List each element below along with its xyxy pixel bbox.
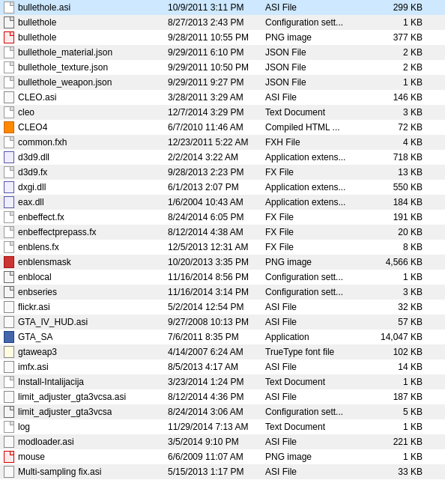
file-size-cell: 8 KB [363,242,423,252]
file-type-cell: PNG image [265,32,363,43]
file-name-cell: Multi-sampling fix.asi [3,466,168,478]
file-size-cell: 1 KB [363,272,423,282]
table-row[interactable]: enbeffectprepass.fx8/12/2014 4:38 AMFX F… [0,225,445,240]
file-size-cell: 377 KB [363,32,423,43]
file-name-text: enbeffectprepass.fx [18,227,97,237]
file-type-cell: ASI File [265,92,363,103]
table-row[interactable]: GTA_IV_HUD.asi9/27/2008 10:13 PMASI File… [0,315,445,330]
file-date-cell: 3/5/2014 9:10 PM [168,437,265,447]
file-type-cell: Text Document [265,377,363,387]
file-type-cell: FX File [265,212,363,222]
file-name-text: gtaweap3 [18,347,57,357]
file-name-text: CLEO4 [18,122,47,133]
table-row[interactable]: CLEO46/7/2010 11:46 AMCompiled HTML ...7… [0,120,445,135]
file-size-cell: 191 KB [363,212,423,222]
table-row[interactable]: enblensmask10/20/2013 3:35 PMPNG image4,… [0,255,445,270]
table-row[interactable]: enbseries11/16/2014 3:14 PMConfiguration… [0,285,445,300]
file-type-cell: Application [265,332,363,342]
file-date-cell: 3/23/2014 1:24 PM [168,377,265,387]
file-type-cell: Configuration sett... [265,407,363,417]
table-row[interactable]: GTA_SA7/6/2011 8:35 PMApplication14,047 … [0,330,445,344]
file-type-cell: PNG image [265,452,363,462]
file-name-cell: enblens.fx [3,241,168,253]
file-size-cell: 299 KB [363,2,423,13]
dll-icon [4,151,14,163]
asi-icon [4,466,14,478]
config-icon [4,406,14,418]
asi-icon [4,391,14,403]
table-row[interactable]: eax.dll1/6/2004 10:43 AMApplication exte… [0,195,445,210]
file-type-cell: ASI File [265,362,363,372]
file-name-text: mouse [18,452,45,462]
table-row[interactable]: enblens.fx12/5/2013 12:31 AMFX File8 KB [0,240,445,255]
file-name-text: bullethole_material.json [18,47,112,58]
file-type-cell: FX File [265,242,363,252]
file-size-cell: 33 KB [363,467,423,477]
file-name-text: d3d9.fx [18,167,47,177]
table-row[interactable]: limit_adjuster_gta3vcsa.asi8/12/2014 4:3… [0,389,445,404]
table-row[interactable]: gtaweap34/14/2007 6:24 AMTrueType font f… [0,344,445,359]
file-name-text: flickr.asi [18,302,50,312]
table-row[interactable]: bullethole.asi10/9/2011 3:11 PMASI File2… [0,0,445,15]
asi-icon [4,361,14,373]
generic-file-icon [4,241,14,253]
table-row[interactable]: enbeffect.fx8/24/2014 6:05 PMFX File191 … [0,210,445,225]
table-row[interactable]: dxgi.dll6/1/2013 2:07 PMApplication exte… [0,180,445,195]
file-size-cell: 4,566 KB [363,257,423,267]
file-name-cell: flickr.asi [3,301,168,313]
file-date-cell: 11/16/2014 8:56 PM [168,272,265,282]
file-name-text: bullethole.asi [18,2,70,13]
file-size-cell: 3 KB [363,287,423,297]
file-name-cell: enblensmask [3,256,168,268]
file-name-cell: enblocal [3,271,168,283]
table-row[interactable]: bullethole_material.json9/29/2011 6:10 P… [0,45,445,60]
file-size-cell: 550 KB [363,182,423,192]
file-name-text: modloader.asi [18,437,74,447]
table-row[interactable]: bullethole8/27/2013 2:43 PMConfiguration… [0,15,445,30]
table-row[interactable]: log11/29/2014 7:13 AMText Document1 KB [0,419,445,434]
file-date-cell: 9/29/2011 9:27 PM [168,77,265,88]
file-type-cell: Text Document [265,107,363,118]
table-row[interactable]: bullethole_weapon.json9/29/2011 9:27 PMJ… [0,75,445,90]
file-size-cell: 5 KB [363,407,423,417]
table-row[interactable]: CLEO.asi3/28/2011 3:29 AMASI File146 KB [0,90,445,105]
table-row[interactable]: bullethole_texture.json9/29/2011 10:50 P… [0,60,445,75]
table-row[interactable]: d3d9.dll2/2/2014 3:22 AMApplication exte… [0,150,445,165]
file-size-cell: 2 KB [363,62,423,73]
table-row[interactable]: flickr.asi5/2/2014 12:54 PMASI File32 KB [0,300,445,315]
file-date-cell: 8/27/2013 2:43 PM [168,17,265,28]
table-row[interactable]: imfx.asi8/5/2013 4:17 AMASI File14 KB [0,359,445,374]
table-row[interactable]: Install-Intalijacija3/23/2014 1:24 PMTex… [0,374,445,389]
file-name-cell: enbseries [3,286,168,298]
file-size-cell: 1 KB [363,377,423,387]
file-type-cell: FX File [265,167,363,177]
file-size-cell: 102 KB [363,347,423,357]
table-row[interactable]: common.fxh12/23/2011 5:22 AMFXH File4 KB [0,135,445,150]
table-row[interactable]: cleo12/7/2014 3:29 PMText Document3 KB [0,105,445,120]
table-row[interactable]: enblocal11/16/2014 8:56 PMConfiguration … [0,270,445,285]
file-type-cell: ASI File [265,317,363,327]
file-name-cell: bullethole_texture.json [3,61,168,73]
file-type-cell: FX File [265,227,363,237]
table-row[interactable]: Multi-sampling fix.asi5/15/2013 1:17 PMA… [0,464,445,479]
table-row[interactable]: modloader.asi3/5/2014 9:10 PMASI File221… [0,434,445,449]
generic-file-icon [4,421,14,433]
file-name-text: enblens.fx [18,242,59,252]
file-date-cell: 8/12/2014 4:36 PM [168,392,265,402]
table-row[interactable]: limit_adjuster_gta3vcsa8/24/2014 3:06 AM… [0,404,445,419]
file-date-cell: 3/28/2011 3:29 AM [168,92,265,103]
table-row[interactable]: bullethole9/28/2011 10:55 PMPNG image377… [0,30,445,45]
file-date-cell: 2/2/2014 3:22 AM [168,152,265,163]
file-date-cell: 6/1/2013 2:07 PM [168,182,265,192]
file-name-cell: cleo [3,106,168,118]
table-row[interactable]: d3d9.fx9/28/2013 2:23 PMFX File13 KB [0,165,445,180]
file-name-text: enbseries [18,287,57,297]
file-type-cell: Text Document [265,422,363,432]
file-name-text: imfx.asi [18,362,49,372]
file-type-cell: ASI File [265,392,363,402]
file-list: bullethole.asi10/9/2011 3:11 PMASI File2… [0,0,445,479]
generic-file-icon [4,226,14,238]
table-row[interactable]: mouse6/6/2009 11:07 AMPNG image1 KB [0,449,445,464]
file-name-text: dxgi.dll [18,182,46,192]
file-size-cell: 1 KB [363,422,423,432]
